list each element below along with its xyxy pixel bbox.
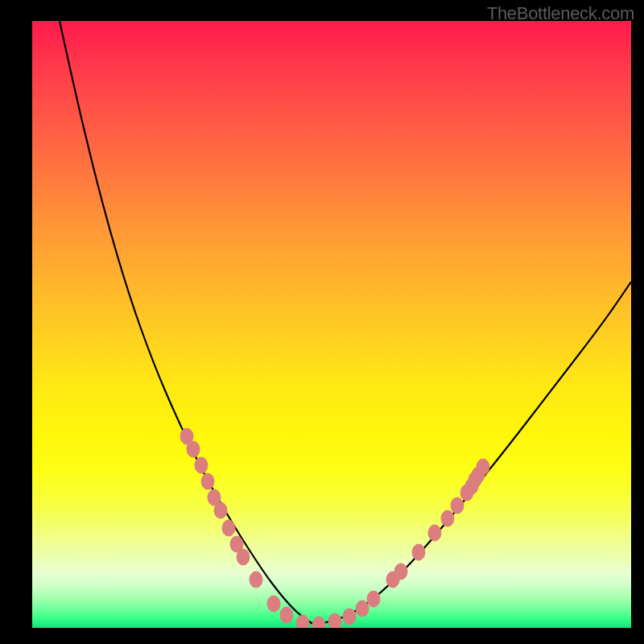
curve-right bbox=[314, 282, 631, 625]
data-marker bbox=[412, 544, 425, 560]
data-marker bbox=[296, 615, 309, 628]
data-marker bbox=[222, 520, 235, 536]
plot-area bbox=[32, 21, 631, 628]
data-marker bbox=[477, 459, 489, 475]
curve-left bbox=[60, 21, 314, 625]
data-marker bbox=[201, 473, 214, 489]
data-marker bbox=[214, 502, 227, 518]
data-marker bbox=[367, 591, 380, 607]
data-marker bbox=[451, 497, 464, 514]
data-marker bbox=[187, 441, 200, 457]
data-marker bbox=[195, 457, 208, 473]
chart-svg bbox=[32, 21, 631, 628]
data-marker bbox=[428, 525, 441, 541]
data-marker bbox=[312, 617, 325, 628]
data-marker bbox=[328, 613, 341, 628]
data-marker bbox=[441, 510, 454, 526]
data-marker bbox=[394, 564, 407, 580]
data-marker bbox=[237, 549, 250, 565]
data-marker bbox=[356, 601, 369, 617]
data-marker bbox=[267, 596, 280, 612]
marker-group bbox=[180, 428, 489, 628]
data-marker bbox=[343, 609, 356, 625]
watermark-text: TheBottleneck.com bbox=[487, 3, 634, 24]
data-marker bbox=[280, 607, 293, 623]
data-marker bbox=[250, 572, 262, 588]
chart-frame: TheBottleneck.com bbox=[0, 0, 644, 644]
